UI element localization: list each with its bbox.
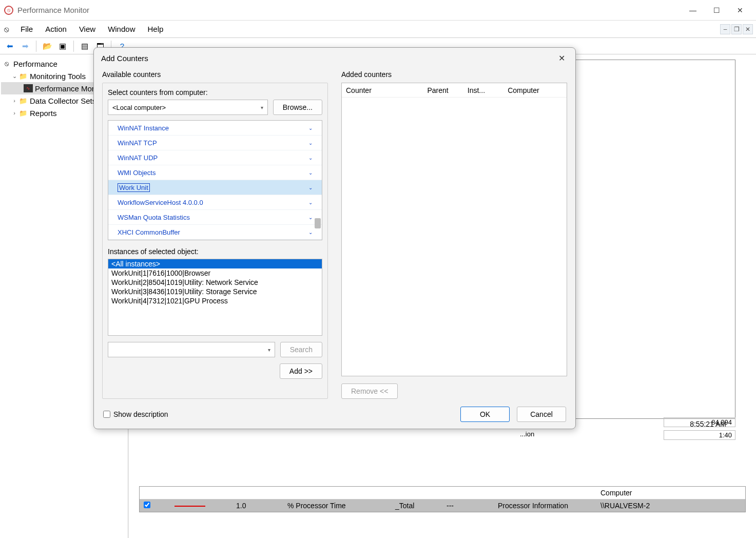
- legend-col-computer[interactable]: Computer: [596, 487, 745, 499]
- chevron-down-icon[interactable]: ⌄: [308, 170, 313, 176]
- legend-object: Processor Information: [494, 499, 596, 512]
- instance-list[interactable]: <All instances>WorkUnit|1|7616|1000|Brow…: [108, 259, 322, 336]
- show-description-label: Show description: [113, 410, 168, 418]
- mdi-minimize-icon[interactable]: –: [720, 24, 730, 34]
- tree-label: Monitoring Tools: [30, 72, 86, 81]
- chevron-down-icon[interactable]: ⌄: [308, 140, 313, 146]
- mdi-close-icon[interactable]: ✕: [743, 24, 753, 34]
- scrollbar-thumb[interactable]: [315, 218, 321, 228]
- show-description-input[interactable]: [103, 411, 110, 418]
- instance-item[interactable]: WorkUnit|1|7616|1000|Browser: [108, 268, 322, 278]
- counter-item[interactable]: WinNAT TCP⌄: [108, 136, 322, 150]
- instance-item[interactable]: WorkUnit|3|8436|1019|Utility: Storage Se…: [108, 287, 322, 296]
- col-parent[interactable]: Parent: [423, 86, 463, 94]
- chevron-down-icon[interactable]: ⌄: [308, 229, 313, 235]
- chevron-down-icon[interactable]: ⌄: [308, 125, 313, 131]
- select-from-computer-label: Select counters from computer:: [108, 88, 322, 97]
- caret-down-icon[interactable]: ⌄: [10, 73, 18, 80]
- app-icon-small: ⦸: [4, 25, 9, 34]
- menu-action[interactable]: Action: [39, 23, 73, 35]
- chevron-down-icon: ▾: [268, 347, 270, 353]
- cancel-button[interactable]: Cancel: [517, 407, 566, 422]
- caret-right-icon[interactable]: ›: [10, 98, 18, 104]
- app-icon: ⦸: [2, 60, 11, 68]
- counter-item[interactable]: WinNAT Instance⌄: [108, 121, 322, 136]
- instance-search-combo[interactable]: ▾: [108, 342, 275, 357]
- caret-right-icon[interactable]: ›: [10, 110, 18, 116]
- dialog-title: Add Counters: [101, 54, 148, 63]
- tree-label: Performance: [13, 60, 57, 68]
- legend-show-checkbox[interactable]: [144, 502, 150, 508]
- chevron-down-icon[interactable]: ⌄: [308, 215, 313, 220]
- add-button[interactable]: Add >>: [280, 363, 322, 379]
- ok-button[interactable]: OK: [460, 407, 510, 422]
- counter-item[interactable]: WorkflowServiceHost 4.0.0.0⌄: [108, 195, 322, 210]
- maximize-button[interactable]: ☐: [705, 3, 728, 18]
- menu-view[interactable]: View: [73, 23, 102, 35]
- perfmon-chart-icon: ∿: [24, 84, 33, 92]
- stat-duration-label: ...ion: [520, 430, 534, 440]
- instance-item[interactable]: <All instances>: [108, 259, 322, 268]
- col-instance[interactable]: Inst...: [463, 86, 503, 94]
- counter-item[interactable]: WSMan Quota Statistics⌄: [108, 210, 322, 225]
- window-titlebar: ⦸ Performance Monitor — ☐ ✕: [0, 0, 756, 21]
- app-icon: ⦸: [4, 6, 13, 15]
- chevron-down-icon[interactable]: ⌄: [308, 200, 313, 205]
- back-button[interactable]: ⬅: [3, 40, 16, 52]
- instance-item[interactable]: WorkUnit|2|8504|1019|Utility: Network Se…: [108, 278, 322, 287]
- menu-window[interactable]: Window: [102, 23, 141, 35]
- forward-button[interactable]: ➡: [18, 40, 32, 52]
- legend-computer: \\RUALVESM-2: [596, 499, 745, 512]
- stat-max-value: 84.394: [664, 417, 735, 427]
- legend-color-swatch: [175, 506, 205, 507]
- properties-icon[interactable]: ▤: [78, 40, 91, 52]
- added-counters-table[interactable]: Counter Parent Inst... Computer: [341, 83, 567, 376]
- chevron-down-icon[interactable]: ⌄: [308, 185, 313, 190]
- mdi-restore-icon[interactable]: ❐: [731, 24, 742, 34]
- counter-item[interactable]: Work Unit⌄: [108, 180, 322, 195]
- search-button[interactable]: Search: [280, 342, 322, 357]
- col-computer[interactable]: Computer: [503, 86, 567, 94]
- chevron-down-icon[interactable]: ⌄: [308, 155, 313, 161]
- tree-label: Reports: [30, 109, 57, 118]
- legend-parent: ---: [442, 499, 494, 512]
- legend-row[interactable]: 1.0 % Processor Time _Total --- Processo…: [140, 499, 745, 512]
- browse-button[interactable]: Browse...: [273, 100, 322, 115]
- counter-item[interactable]: WinNAT UDP⌄: [108, 150, 322, 165]
- folder-icon: 📁: [18, 109, 28, 117]
- show-description-checkbox[interactable]: Show description: [103, 410, 168, 418]
- window-title: Performance Monitor: [17, 6, 89, 14]
- instances-label: Instances of selected object:: [108, 247, 322, 256]
- instance-item[interactable]: WorkUnit|4|7312|1021|GPU Process: [108, 296, 322, 305]
- folder-icon: 📁: [18, 97, 28, 105]
- menubar: ⦸ File Action View Window Help – ❐ ✕: [0, 21, 756, 38]
- legend-counter: % Processor Time: [283, 499, 391, 512]
- counter-item[interactable]: WMI Objects⌄: [108, 165, 322, 180]
- minimize-button[interactable]: —: [681, 3, 705, 18]
- folder-icon: 📁: [18, 72, 28, 80]
- computer-combo-value: <Local computer>: [112, 104, 166, 111]
- tree-label: Data Collector Sets: [30, 97, 96, 105]
- added-counters-label: Added counters: [341, 70, 567, 79]
- remove-button[interactable]: Remove <<: [341, 383, 398, 399]
- dialog-close-button[interactable]: ✕: [555, 50, 568, 66]
- legend-instance: _Total: [391, 499, 442, 512]
- menu-file[interactable]: File: [14, 23, 39, 35]
- chevron-down-icon: ▾: [261, 105, 263, 110]
- computer-combo[interactable]: <Local computer> ▾: [108, 100, 268, 115]
- add-counters-dialog: Add Counters ✕ Available counters Select…: [93, 47, 576, 429]
- col-counter[interactable]: Counter: [342, 86, 423, 94]
- legend-scale: 1.0: [232, 499, 283, 512]
- close-window-button[interactable]: ✕: [728, 3, 752, 18]
- stat-duration-value: 1:40: [664, 430, 735, 440]
- available-counters-label: Available counters: [102, 70, 328, 79]
- legend-table[interactable]: Computer 1.0 % Processor Time _Total ---…: [139, 486, 746, 512]
- counter-object-list[interactable]: WinNAT Instance⌄WinNAT TCP⌄WinNAT UDP⌄WM…: [108, 120, 322, 240]
- counter-item[interactable]: XHCI CommonBuffer⌄: [108, 225, 322, 240]
- open-folder-icon[interactable]: 📂: [41, 40, 54, 52]
- menu-help[interactable]: Help: [141, 23, 169, 35]
- show-hide-tree-icon[interactable]: ▣: [56, 40, 69, 52]
